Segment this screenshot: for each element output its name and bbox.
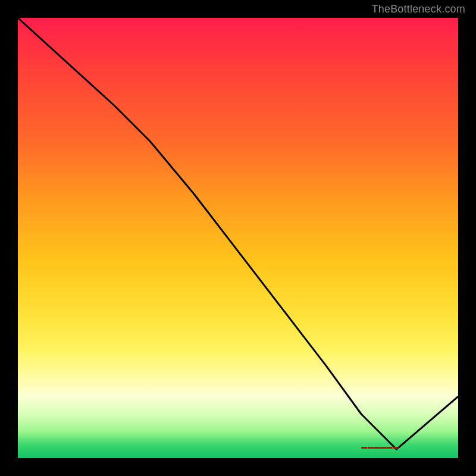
plot-area: ▬▬▬▬▬▬ [18,18,458,458]
baseline-marker: ▬▬▬▬▬▬ [361,444,399,450]
watermark-text: TheBottleneck.com [372,4,465,14]
heat-gradient [18,18,458,458]
chart-frame: TheBottleneck.com ▬▬▬▬▬▬ [0,0,476,476]
